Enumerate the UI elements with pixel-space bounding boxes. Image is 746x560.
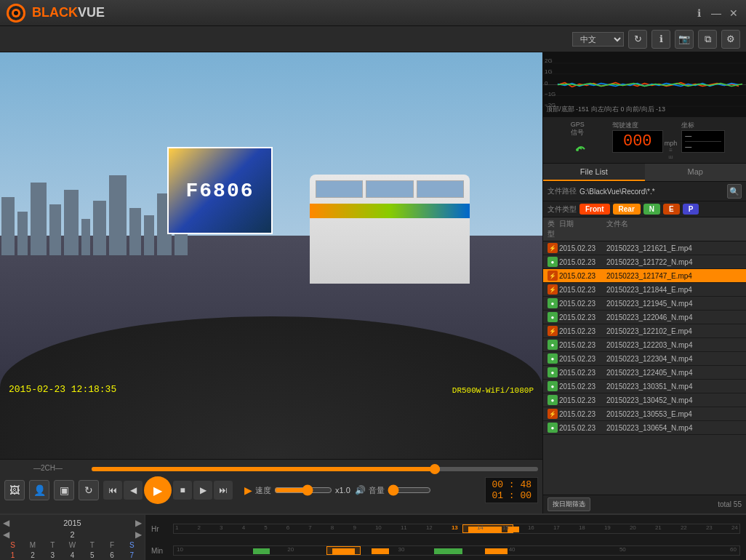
file-row-12[interactable]: ⚡ 2015.02.23 20150223_130553_E.mp4 [543,407,746,421]
file-name: 20150223_130351_N.mp4 [606,383,742,391]
rear-plate-display: F6806 [169,148,271,233]
filter-front-button[interactable]: Front [579,204,610,215]
filter-p-button[interactable]: P [683,204,699,215]
gsensor-info: 顶部/底部 -151 向左/向右 0 向前/向后 -13 [546,105,743,114]
file-row-10[interactable]: ● 2015.02.23 20150223_130351_N.mp4 [543,380,746,393]
file-date: 2015.02.23 [559,383,606,391]
screenshot-button[interactable]: 🖼 [4,480,25,500]
cal-year-label: 2015 [63,519,81,527]
play-button[interactable]: ▶ [144,476,172,504]
file-row-8[interactable]: ● 2015.02.23 20150223_122304_N.mp4 [543,352,746,366]
cal-month-label: 2 [70,530,74,539]
video-player[interactable]: F6806 2015-02-23 12:18:35 DR500W-WiFi/10… [0,52,542,459]
coord-cell: 坐标 — — [681,121,742,160]
stop-button[interactable]: ■ [173,481,192,500]
prev-file-button[interactable]: ⏮ [103,481,122,500]
min-track[interactable]: 10 20 30 40 50 60 [173,545,740,556]
file-row-5[interactable]: ● 2015.02.23 20150223_122046_N.mp4 [543,311,746,324]
file-path-row: 文件路径 G:\BlackVue\Record\*.* 🔍 [543,182,746,201]
copy-button[interactable]: ⧉ [698,30,717,49]
time-total: 01 : 00 [492,490,532,501]
volume-slider[interactable] [388,484,431,496]
file-icon: ● [548,395,558,405]
filter-rear-button[interactable]: Rear [613,204,641,215]
language-select[interactable]: 中文 English 日本語 [572,32,624,47]
file-row-1[interactable]: ● 2015.02.23 20150223_121722_N.mp4 [543,255,746,269]
file-name: 20150223_122046_N.mp4 [606,313,742,321]
file-icon: ⚡ [548,409,558,419]
speed-unit: mph [665,140,678,147]
settings-button[interactable]: ⚙ [721,30,740,49]
file-icon: ● [548,298,558,308]
hr-track[interactable]: 1 2 3 4 5 6 7 8 9 10 11 12 13 14 15 16 1 [173,524,740,534]
tab-file-list[interactable]: File List [543,164,645,181]
close-button[interactable]: ✕ [727,7,740,20]
cal-prev-year-button[interactable]: ◀ [3,518,9,528]
cal-day-header-S: S [122,541,142,549]
file-table-header: 类型 日期 文件名 [543,217,746,241]
repeat-button[interactable]: ↻ [79,480,99,500]
filter-e-button[interactable]: E [663,204,680,215]
gps-row: GPS 信号 驾驶速度 000 mph ≡ ш [543,118,746,164]
prev-button[interactable]: ◀ [124,481,143,500]
rear-camera-thumbnail[interactable]: F6806 [167,147,273,234]
info-toolbar-button[interactable]: ℹ [651,30,670,49]
cal-day-1[interactable]: 1 [3,551,23,560]
titlebar: BLACKVUE ℹ — ✕ [0,0,746,26]
info-button[interactable]: ℹ [692,7,705,20]
cal-day-5[interactable]: 5 [82,551,102,560]
cal-next-month-button[interactable]: ▶ [135,529,142,540]
file-row-3[interactable]: ⚡ 2015.02.23 20150223_121844_E.mp4 [543,283,746,297]
file-row-2[interactable]: ⚡ 2015.02.23 20150223_121747_E.mp4 [543,269,746,283]
browse-button[interactable]: 🔍 [727,184,742,199]
file-row-13[interactable]: ● 2015.02.23 20150223_130654_N.mp4 [543,421,746,435]
file-type-icon: ● [548,367,559,377]
file-name: 20150223_130654_N.mp4 [606,424,742,432]
file-type-icon: ⚡ [548,326,559,336]
file-type-icon: ⚡ [548,409,559,419]
channel-switch-button[interactable]: ▣ [54,480,74,500]
file-row-11[interactable]: ● 2015.02.23 20150223_130452_N.mp4 [543,393,746,407]
refresh-button[interactable]: ↻ [628,30,647,49]
file-row-6[interactable]: ⚡ 2015.02.23 20150223_122102_E.mp4 [543,324,746,338]
cal-day-3[interactable]: 3 [43,551,63,560]
calendar-section: ◀ 2015 ▶ ◀ 2 ▶ SMTWTFS 12345678910111213… [0,515,145,560]
cal-prev-month-button[interactable]: ◀ [3,529,9,540]
file-type-icon: ⚡ [548,243,559,253]
file-icon: ● [548,312,558,322]
camera-button[interactable]: 📷 [675,30,694,49]
file-row-0[interactable]: ⚡ 2015.02.23 20150223_121621_E.mp4 [543,241,746,255]
hr-label: Hr [151,525,169,533]
path-value: G:\BlackVue\Record\*.* [579,188,724,196]
minimize-button[interactable]: — [710,7,723,20]
file-icon: ⚡ [548,326,558,336]
seek-bar[interactable] [92,467,538,471]
cal-day-7[interactable]: 7 [122,551,142,560]
file-icon: ● [548,423,558,433]
cal-day-4[interactable]: 4 [63,551,82,560]
file-date: 2015.02.23 [559,327,606,335]
cal-day-6[interactable]: 6 [102,551,121,560]
speed-slider[interactable] [274,484,332,496]
file-icon: ● [548,257,558,267]
svg-point-15 [576,148,579,151]
file-name: 20150223_122102_E.mp4 [606,327,742,335]
cal-weeks-container: 1234567891011121314151617181920212223242… [3,551,142,560]
wifi-signal-icon [569,137,585,153]
file-list-scroll[interactable]: ⚡ 2015.02.23 20150223_121621_E.mp4 ● 201… [543,241,746,495]
speed-icon: ▶ [244,484,252,496]
date-filter-button[interactable]: 按日期筛选 [548,497,590,511]
next-button[interactable]: ▶ [193,481,212,500]
cal-next-year-button[interactable]: ▶ [135,518,142,528]
file-row-9[interactable]: ● 2015.02.23 20150223_122405_N.mp4 [543,366,746,380]
tab-map[interactable]: Map [645,164,747,181]
file-type-icon: ⚡ [548,271,559,281]
file-row-4[interactable]: ● 2015.02.23 20150223_121945_N.mp4 [543,297,746,311]
cal-day-2[interactable]: 2 [23,551,42,560]
file-row-7[interactable]: ● 2015.02.23 20150223_122203_N.mp4 [543,338,746,352]
coord-value: — — [681,130,725,153]
capture-button[interactable]: 👤 [29,480,49,500]
filter-n-button[interactable]: N [643,204,660,215]
logo-icon [6,3,26,23]
next-file-button[interactable]: ⏭ [214,481,233,500]
